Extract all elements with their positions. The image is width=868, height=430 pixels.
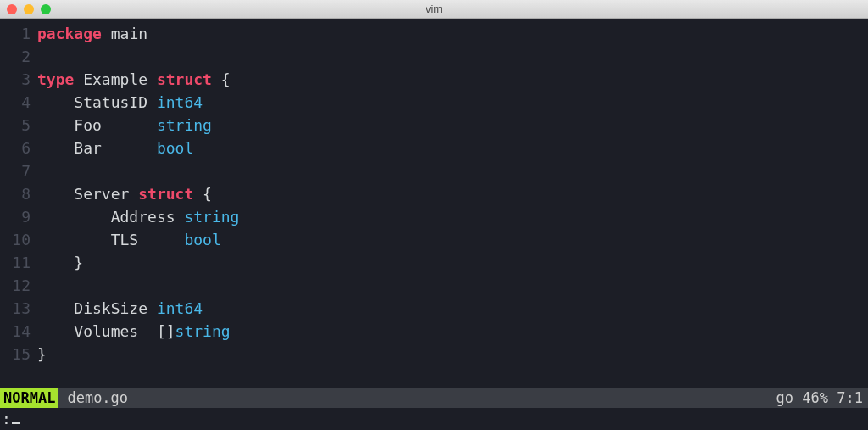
code-content: } [37,343,47,366]
line-number: 4 [0,91,37,114]
traffic-lights [0,4,51,14]
window-title: vim [0,3,868,15]
line-number: 10 [0,228,37,251]
statusline-spacer [128,388,776,408]
code-line[interactable]: 12 [0,274,868,297]
code-content: Volumes []string [37,320,231,343]
code-line[interactable]: 3type Example struct { [0,68,868,91]
editor: 1package main23type Example struct {4 St… [0,19,868,430]
code-content: DiskSize int64 [37,297,203,320]
code-line[interactable]: 5 Foo string [0,114,868,137]
code-line[interactable]: 10 TLS bool [0,228,868,251]
code-content: package main [37,22,147,45]
code-line[interactable]: 4 StatusID int64 [0,91,868,114]
code-content: Address string [37,205,239,228]
code-content: Foo string [37,114,212,137]
line-number: 9 [0,205,37,228]
code-line[interactable]: 6 Bar bool [0,137,868,159]
maximize-icon[interactable] [41,4,51,14]
code-content: Bar bool [37,137,193,159]
code-line[interactable]: 2 [0,45,868,68]
line-number: 1 [0,22,37,45]
code-line[interactable]: 15} [0,343,868,366]
code-content: } [37,251,83,274]
filetype: go [776,389,793,406]
cursor-position: 7:1 [837,389,863,406]
statusline: NORMAL demo.go go 46% 7:1 [0,388,868,408]
line-number: 11 [0,251,37,274]
mode-indicator: NORMAL [0,388,58,408]
line-number: 8 [0,182,37,205]
minimize-icon[interactable] [24,4,34,14]
code-area[interactable]: 1package main23type Example struct {4 St… [0,19,868,388]
close-icon[interactable] [7,4,17,14]
line-number: 15 [0,343,37,366]
line-number: 7 [0,159,37,182]
file-position: go 46% 7:1 [776,388,868,408]
filename: demo.go [58,388,128,408]
code-line[interactable]: 8 Server struct { [0,182,868,205]
code-line[interactable]: 9 Address string [0,205,868,228]
line-number: 5 [0,114,37,137]
cmdline-prompt: : [2,410,11,427]
code-line[interactable]: 11 } [0,251,868,274]
line-number: 12 [0,274,37,297]
scroll-percent: 46% [802,389,828,406]
line-number: 3 [0,68,37,91]
line-number: 14 [0,320,37,343]
line-number: 2 [0,45,37,68]
code-line[interactable]: 13 DiskSize int64 [0,297,868,320]
code-content: TLS bool [37,228,221,251]
line-number: 13 [0,297,37,320]
code-content: type Example struct { [37,68,231,91]
command-line[interactable]: : [0,408,868,430]
code-line[interactable]: 1package main [0,22,868,45]
code-content: Server struct { [37,182,212,205]
cursor-icon [12,422,20,424]
code-line[interactable]: 14 Volumes []string [0,320,868,343]
code-line[interactable]: 7 [0,159,868,182]
window-titlebar: vim [0,0,868,19]
code-content: StatusID int64 [37,91,203,114]
line-number: 6 [0,137,37,159]
